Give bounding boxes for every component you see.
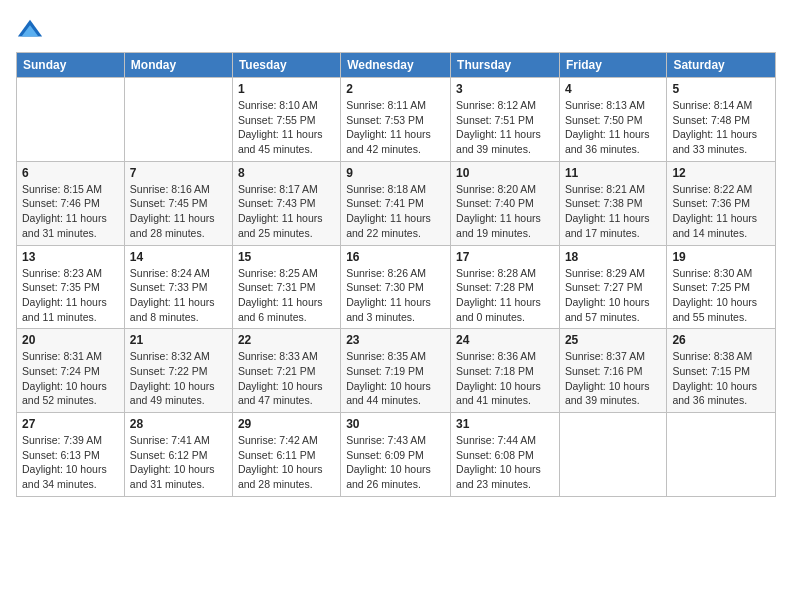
day-info: Sunrise: 8:17 AM Sunset: 7:43 PM Dayligh… xyxy=(238,182,335,241)
day-header-thursday: Thursday xyxy=(451,53,560,78)
calendar-cell xyxy=(559,413,666,497)
calendar-cell: 29Sunrise: 7:42 AM Sunset: 6:11 PM Dayli… xyxy=(232,413,340,497)
day-info: Sunrise: 8:22 AM Sunset: 7:36 PM Dayligh… xyxy=(672,182,770,241)
calendar-cell: 26Sunrise: 8:38 AM Sunset: 7:15 PM Dayli… xyxy=(667,329,776,413)
day-number: 9 xyxy=(346,166,445,180)
day-info: Sunrise: 8:31 AM Sunset: 7:24 PM Dayligh… xyxy=(22,349,119,408)
calendar-week-row: 20Sunrise: 8:31 AM Sunset: 7:24 PM Dayli… xyxy=(17,329,776,413)
calendar-cell: 31Sunrise: 7:44 AM Sunset: 6:08 PM Dayli… xyxy=(451,413,560,497)
calendar-cell: 3Sunrise: 8:12 AM Sunset: 7:51 PM Daylig… xyxy=(451,78,560,162)
day-number: 13 xyxy=(22,250,119,264)
calendar-cell: 7Sunrise: 8:16 AM Sunset: 7:45 PM Daylig… xyxy=(124,161,232,245)
day-number: 16 xyxy=(346,250,445,264)
calendar-cell: 25Sunrise: 8:37 AM Sunset: 7:16 PM Dayli… xyxy=(559,329,666,413)
calendar-week-row: 1Sunrise: 8:10 AM Sunset: 7:55 PM Daylig… xyxy=(17,78,776,162)
day-info: Sunrise: 8:24 AM Sunset: 7:33 PM Dayligh… xyxy=(130,266,227,325)
day-info: Sunrise: 8:37 AM Sunset: 7:16 PM Dayligh… xyxy=(565,349,661,408)
day-header-wednesday: Wednesday xyxy=(341,53,451,78)
day-info: Sunrise: 8:28 AM Sunset: 7:28 PM Dayligh… xyxy=(456,266,554,325)
calendar-header-row: SundayMondayTuesdayWednesdayThursdayFrid… xyxy=(17,53,776,78)
calendar-cell: 9Sunrise: 8:18 AM Sunset: 7:41 PM Daylig… xyxy=(341,161,451,245)
day-info: Sunrise: 7:43 AM Sunset: 6:09 PM Dayligh… xyxy=(346,433,445,492)
logo-icon xyxy=(16,16,44,44)
calendar-cell xyxy=(124,78,232,162)
calendar-cell: 24Sunrise: 8:36 AM Sunset: 7:18 PM Dayli… xyxy=(451,329,560,413)
calendar-table: SundayMondayTuesdayWednesdayThursdayFrid… xyxy=(16,52,776,497)
day-number: 27 xyxy=(22,417,119,431)
day-info: Sunrise: 7:44 AM Sunset: 6:08 PM Dayligh… xyxy=(456,433,554,492)
calendar-week-row: 27Sunrise: 7:39 AM Sunset: 6:13 PM Dayli… xyxy=(17,413,776,497)
day-number: 2 xyxy=(346,82,445,96)
day-number: 15 xyxy=(238,250,335,264)
calendar-cell: 6Sunrise: 8:15 AM Sunset: 7:46 PM Daylig… xyxy=(17,161,125,245)
calendar-week-row: 13Sunrise: 8:23 AM Sunset: 7:35 PM Dayli… xyxy=(17,245,776,329)
calendar-cell xyxy=(17,78,125,162)
day-number: 23 xyxy=(346,333,445,347)
calendar-cell: 2Sunrise: 8:11 AM Sunset: 7:53 PM Daylig… xyxy=(341,78,451,162)
day-number: 20 xyxy=(22,333,119,347)
day-info: Sunrise: 8:25 AM Sunset: 7:31 PM Dayligh… xyxy=(238,266,335,325)
day-number: 26 xyxy=(672,333,770,347)
calendar-cell: 5Sunrise: 8:14 AM Sunset: 7:48 PM Daylig… xyxy=(667,78,776,162)
calendar-cell: 21Sunrise: 8:32 AM Sunset: 7:22 PM Dayli… xyxy=(124,329,232,413)
day-info: Sunrise: 8:13 AM Sunset: 7:50 PM Dayligh… xyxy=(565,98,661,157)
day-number: 25 xyxy=(565,333,661,347)
calendar-cell: 1Sunrise: 8:10 AM Sunset: 7:55 PM Daylig… xyxy=(232,78,340,162)
calendar-cell: 8Sunrise: 8:17 AM Sunset: 7:43 PM Daylig… xyxy=(232,161,340,245)
day-number: 17 xyxy=(456,250,554,264)
day-number: 1 xyxy=(238,82,335,96)
day-number: 5 xyxy=(672,82,770,96)
day-number: 30 xyxy=(346,417,445,431)
day-info: Sunrise: 8:32 AM Sunset: 7:22 PM Dayligh… xyxy=(130,349,227,408)
day-number: 31 xyxy=(456,417,554,431)
logo xyxy=(16,16,48,44)
calendar-cell: 22Sunrise: 8:33 AM Sunset: 7:21 PM Dayli… xyxy=(232,329,340,413)
day-info: Sunrise: 8:38 AM Sunset: 7:15 PM Dayligh… xyxy=(672,349,770,408)
day-number: 10 xyxy=(456,166,554,180)
calendar-cell: 27Sunrise: 7:39 AM Sunset: 6:13 PM Dayli… xyxy=(17,413,125,497)
day-info: Sunrise: 8:15 AM Sunset: 7:46 PM Dayligh… xyxy=(22,182,119,241)
day-number: 22 xyxy=(238,333,335,347)
day-number: 14 xyxy=(130,250,227,264)
day-info: Sunrise: 8:20 AM Sunset: 7:40 PM Dayligh… xyxy=(456,182,554,241)
day-info: Sunrise: 8:35 AM Sunset: 7:19 PM Dayligh… xyxy=(346,349,445,408)
calendar-cell: 4Sunrise: 8:13 AM Sunset: 7:50 PM Daylig… xyxy=(559,78,666,162)
calendar-cell: 28Sunrise: 7:41 AM Sunset: 6:12 PM Dayli… xyxy=(124,413,232,497)
day-header-saturday: Saturday xyxy=(667,53,776,78)
calendar-cell: 10Sunrise: 8:20 AM Sunset: 7:40 PM Dayli… xyxy=(451,161,560,245)
day-number: 4 xyxy=(565,82,661,96)
calendar-cell xyxy=(667,413,776,497)
calendar-cell: 11Sunrise: 8:21 AM Sunset: 7:38 PM Dayli… xyxy=(559,161,666,245)
day-info: Sunrise: 8:18 AM Sunset: 7:41 PM Dayligh… xyxy=(346,182,445,241)
calendar-cell: 16Sunrise: 8:26 AM Sunset: 7:30 PM Dayli… xyxy=(341,245,451,329)
day-info: Sunrise: 8:11 AM Sunset: 7:53 PM Dayligh… xyxy=(346,98,445,157)
calendar-cell: 17Sunrise: 8:28 AM Sunset: 7:28 PM Dayli… xyxy=(451,245,560,329)
day-info: Sunrise: 8:12 AM Sunset: 7:51 PM Dayligh… xyxy=(456,98,554,157)
day-number: 6 xyxy=(22,166,119,180)
day-info: Sunrise: 8:10 AM Sunset: 7:55 PM Dayligh… xyxy=(238,98,335,157)
day-header-monday: Monday xyxy=(124,53,232,78)
day-info: Sunrise: 8:26 AM Sunset: 7:30 PM Dayligh… xyxy=(346,266,445,325)
day-number: 24 xyxy=(456,333,554,347)
day-info: Sunrise: 8:29 AM Sunset: 7:27 PM Dayligh… xyxy=(565,266,661,325)
day-info: Sunrise: 8:36 AM Sunset: 7:18 PM Dayligh… xyxy=(456,349,554,408)
day-info: Sunrise: 7:42 AM Sunset: 6:11 PM Dayligh… xyxy=(238,433,335,492)
calendar-cell: 30Sunrise: 7:43 AM Sunset: 6:09 PM Dayli… xyxy=(341,413,451,497)
day-header-friday: Friday xyxy=(559,53,666,78)
day-info: Sunrise: 8:33 AM Sunset: 7:21 PM Dayligh… xyxy=(238,349,335,408)
day-header-tuesday: Tuesday xyxy=(232,53,340,78)
day-number: 12 xyxy=(672,166,770,180)
calendar-cell: 12Sunrise: 8:22 AM Sunset: 7:36 PM Dayli… xyxy=(667,161,776,245)
day-info: Sunrise: 7:39 AM Sunset: 6:13 PM Dayligh… xyxy=(22,433,119,492)
day-number: 3 xyxy=(456,82,554,96)
day-number: 11 xyxy=(565,166,661,180)
day-info: Sunrise: 8:14 AM Sunset: 7:48 PM Dayligh… xyxy=(672,98,770,157)
day-info: Sunrise: 7:41 AM Sunset: 6:12 PM Dayligh… xyxy=(130,433,227,492)
day-info: Sunrise: 8:16 AM Sunset: 7:45 PM Dayligh… xyxy=(130,182,227,241)
day-number: 18 xyxy=(565,250,661,264)
day-number: 7 xyxy=(130,166,227,180)
day-number: 8 xyxy=(238,166,335,180)
day-header-sunday: Sunday xyxy=(17,53,125,78)
day-info: Sunrise: 8:30 AM Sunset: 7:25 PM Dayligh… xyxy=(672,266,770,325)
day-number: 19 xyxy=(672,250,770,264)
